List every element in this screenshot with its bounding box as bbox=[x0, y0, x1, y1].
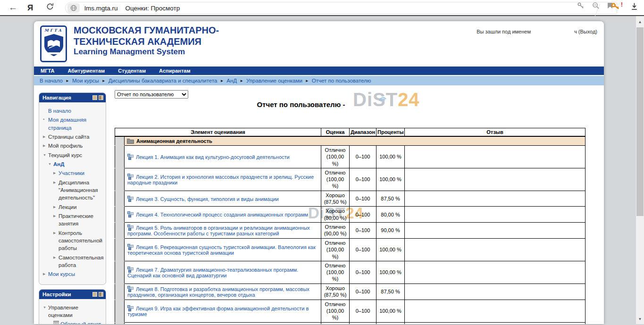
indent-cell bbox=[115, 191, 125, 207]
breadcrumb-separator-icon: ► bbox=[220, 79, 224, 83]
dock-block-icon[interactable] bbox=[99, 292, 103, 297]
toggle-down-icon[interactable]: ▼ bbox=[48, 160, 53, 167]
grade-item-row: Лекция 1. Анимация как вид культурно-дос… bbox=[115, 146, 585, 168]
breadcrumb-item[interactable]: АнД bbox=[226, 78, 237, 83]
sidebar-item[interactable]: Моя домашняя страница bbox=[48, 116, 104, 132]
breadcrumb-separator-icon: ► bbox=[305, 79, 309, 83]
menu-item[interactable]: МГТА bbox=[41, 68, 54, 74]
sidebar-item[interactable]: Обзорный отчет bbox=[60, 320, 101, 324]
sidebar-item[interactable]: Текущий курс bbox=[48, 151, 82, 159]
toggle-right-icon[interactable]: ▶ bbox=[43, 142, 48, 148]
toggle-right-icon[interactable]: ▶ bbox=[53, 229, 59, 235]
percent-cell: 100,00 % bbox=[376, 300, 405, 322]
address-bar[interactable]: lms.mgta.ru Оценки: Просмотр bbox=[65, 2, 617, 14]
breadcrumb-item[interactable]: Дисциплины бакалавриата и специалитета bbox=[109, 78, 217, 83]
toggle-right-icon[interactable]: ▶ bbox=[53, 254, 59, 260]
site-icon-chip[interactable] bbox=[67, 3, 80, 13]
grade-report-table: Элемент оценивания Оценка Диапазон Проце… bbox=[115, 128, 585, 324]
back-icon[interactable]: ← bbox=[8, 3, 17, 12]
sidebar-item[interactable]: Практические занятия bbox=[59, 212, 104, 228]
download-icon[interactable] bbox=[630, 2, 638, 12]
sidebar-item[interactable]: АнД bbox=[53, 160, 64, 168]
grade-cell: Отлично(100,00 %) bbox=[321, 300, 350, 322]
main-menu: МГТААбитуриентамСтудентамАспирантам bbox=[34, 67, 604, 75]
grade-item-link[interactable]: Лекция 9. Игра как эффективная форма ани… bbox=[127, 306, 309, 317]
sidebar-item[interactable]: Лекции bbox=[59, 203, 76, 211]
scrollbar-thumb[interactable] bbox=[636, 27, 644, 216]
menu-item[interactable]: Аспирантам bbox=[159, 68, 190, 74]
sidebar-item[interactable]: Участники bbox=[59, 169, 84, 177]
toggle-down-icon[interactable]: ▼ bbox=[43, 304, 48, 310]
sidebar-item[interactable]: Дисциплина "Анимационная деятельность" bbox=[59, 179, 104, 202]
range-cell: 0–100 bbox=[350, 238, 376, 261]
report-page-title: Отчет по пользователю - bbox=[115, 100, 487, 108]
dock-block-icon[interactable] bbox=[99, 95, 103, 100]
zoom-icon[interactable] bbox=[592, 2, 600, 11]
page-url: lms.mgta.ru bbox=[84, 5, 118, 12]
grade-item-link[interactable]: Лекция 5. Роль аниматоров в организации … bbox=[127, 225, 310, 236]
toggle-right-icon[interactable]: ▶ bbox=[53, 212, 59, 218]
toggle-right-icon[interactable]: ▶ bbox=[53, 203, 59, 209]
indent-cell bbox=[115, 300, 125, 322]
sidebar-item[interactable]: Самостоятельная работа bbox=[59, 254, 104, 269]
refresh-icon[interactable] bbox=[46, 2, 54, 13]
item-name-cell: Лекция 5. Роль аниматоров в организации … bbox=[125, 222, 321, 238]
vertical-scrollbar[interactable]: ▲ ▼ bbox=[636, 16, 644, 324]
password-alert-icon[interactable]: ! bbox=[611, 2, 620, 13]
indent-cell bbox=[115, 261, 125, 283]
sidebar-item[interactable]: Мои курсы bbox=[48, 270, 75, 278]
mgta-logo[interactable]: МГТА bbox=[40, 25, 67, 62]
page-background: МГТА МОСКОВСКАЯ ГУМАНИТАРНО- ТЕХНИЧЕСКАЯ… bbox=[0, 16, 644, 324]
toggle-right-icon[interactable]: ▶ bbox=[53, 169, 59, 175]
browser-toolbar: ← Я lms.mgta.ru Оценки: Просмотр ! bbox=[0, 0, 644, 16]
percent-cell: 87,50 % bbox=[376, 191, 405, 207]
lesson-icon bbox=[127, 286, 134, 292]
collapse-block-icon[interactable] bbox=[92, 95, 97, 100]
sidebar-item[interactable]: Управление оценками bbox=[48, 304, 104, 319]
percent-cell: 100,00 % bbox=[376, 261, 405, 283]
breadcrumb-item[interactable]: Управление оценками bbox=[246, 78, 302, 83]
sidebar-item[interactable]: Мой профиль bbox=[48, 142, 83, 150]
sidebar-item[interactable]: В начало bbox=[48, 107, 71, 115]
toggle-right-icon[interactable]: ▶ bbox=[43, 133, 48, 139]
collapse-block-icon[interactable] bbox=[92, 292, 97, 297]
breadcrumb: В начало►Мои курсы►Дисциплины бакалавриа… bbox=[34, 76, 604, 85]
scroll-up-icon[interactable]: ▲ bbox=[636, 18, 644, 26]
toggle-right-icon[interactable]: ▶ bbox=[53, 179, 59, 185]
grade-item-link[interactable]: Лекция 7. Драматургия анимационно-театра… bbox=[127, 267, 298, 278]
breadcrumb-item[interactable]: В начало bbox=[40, 78, 63, 83]
grade-item-link[interactable]: Лекция 4. Технологический процесс создан… bbox=[136, 212, 308, 217]
password-key-icon[interactable] bbox=[577, 2, 585, 11]
toggle-right-icon[interactable]: ▶ bbox=[43, 270, 48, 276]
tree-row: ▶Практические занятия bbox=[42, 212, 104, 228]
yandex-menu-icon[interactable]: Я bbox=[27, 3, 33, 13]
grade-item-link[interactable]: Лекция 2. История и хронология массовых … bbox=[127, 174, 314, 185]
breadcrumb-separator-icon: ► bbox=[240, 79, 243, 83]
logout-link[interactable]: ч (Выход) bbox=[574, 29, 597, 34]
sidebar-item[interactable]: Контроль самостоятельной работы bbox=[59, 229, 104, 252]
grade-item-link[interactable]: Лекция 8. Подготовка и разработка анимац… bbox=[127, 286, 309, 298]
toggle-down-icon[interactable]: ▼ bbox=[43, 151, 48, 158]
breadcrumb-item[interactable]: Отчет по пользователю bbox=[312, 78, 371, 83]
navigation-block-title: Навигация bbox=[42, 95, 71, 100]
site-page: МГТА МОСКОВСКАЯ ГУМАНИТАРНО- ТЕХНИЧЕСКАЯ… bbox=[34, 21, 604, 324]
grade-item-link[interactable]: Лекция 6. Рекреационная сущность туристс… bbox=[127, 244, 316, 256]
grade-item-link[interactable]: Лекция 3. Сущность, функция, типология и… bbox=[136, 196, 279, 202]
grade-cell: Отлично(100,00 %) bbox=[321, 322, 350, 324]
percent-cell: 100,00 % bbox=[376, 168, 405, 191]
menu-item[interactable]: Абитуриентам bbox=[67, 68, 105, 74]
tree-spacer bbox=[48, 320, 53, 322]
scroll-down-icon[interactable]: ▼ bbox=[636, 315, 644, 323]
grade-item-row: Лекция 8. Подготовка и разработка анимац… bbox=[115, 283, 585, 300]
report-type-select[interactable]: Отчет по пользователю bbox=[115, 90, 188, 99]
category-name-cell: Анимационная деятельность bbox=[125, 136, 585, 146]
range-cell: 0–100 bbox=[350, 207, 376, 223]
sidebar-item[interactable]: Страницы сайта bbox=[48, 133, 89, 141]
item-name-cell: Лекция 6. Рекреационная сущность туристс… bbox=[125, 238, 321, 261]
percent-cell: 90,00 % bbox=[376, 222, 405, 238]
category-label: Анимационная деятельность bbox=[136, 138, 212, 144]
grade-item-link[interactable]: Лекция 1. Анимация как вид культурно-дос… bbox=[136, 154, 290, 160]
grade-cell: Хорошо(87,50 %) bbox=[321, 283, 350, 300]
menu-item[interactable]: Студентам bbox=[118, 68, 146, 74]
breadcrumb-item[interactable]: Мои курсы bbox=[72, 78, 99, 83]
